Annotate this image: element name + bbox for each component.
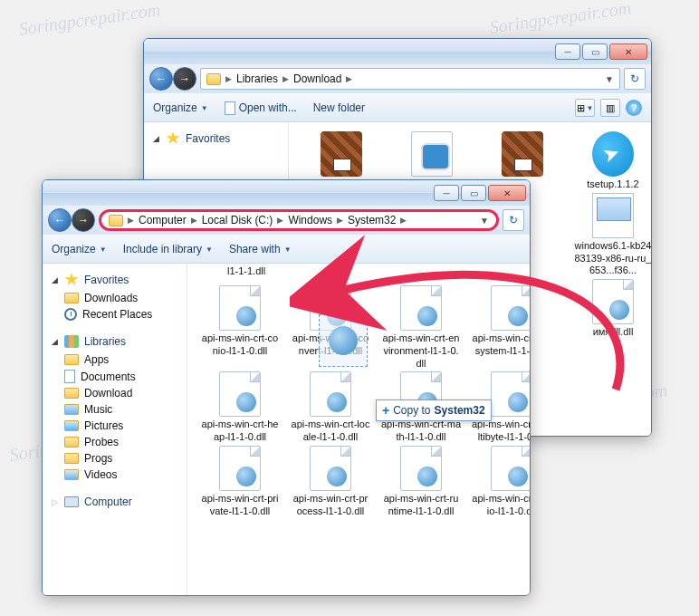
breadcrumb-item[interactable]: Windows bbox=[288, 214, 332, 226]
sidebar-item-recent-places[interactable]: Recent Places bbox=[43, 306, 187, 322]
file-label: api-ms-win-crt-private-l1-1-0.dll bbox=[200, 493, 280, 518]
sidebar: ◢Favorites Downloads Recent Places ◢Libr… bbox=[43, 264, 187, 595]
maximize-button[interactable]: ▭ bbox=[582, 43, 608, 60]
sidebar-item-probes[interactable]: Probes bbox=[43, 434, 187, 450]
file-item[interactable]: api-ms-win-crt-conio-l1-1-0.dll bbox=[198, 285, 282, 370]
watermark: Soringpcrepair.com bbox=[488, 0, 632, 38]
sidebar-computer-header[interactable]: ▷Computer bbox=[43, 492, 187, 512]
help-button[interactable]: ? bbox=[626, 100, 642, 116]
breadcrumb-item[interactable]: Libraries bbox=[236, 72, 278, 85]
dropdown-icon[interactable]: ▼ bbox=[605, 74, 614, 84]
file-label: api-ms-win-crt-runtime-l1-1-0.dll bbox=[381, 493, 461, 518]
dll-icon bbox=[219, 446, 261, 491]
file-item[interactable]: api-ms-win-crt-stdio-l1-1-0.dll bbox=[470, 446, 530, 518]
sidebar-favorites-header[interactable]: ◢Favorites bbox=[144, 128, 288, 149]
file-label: api-ms-win-crt-multibyte-l1-1-0.dll bbox=[472, 419, 530, 444]
tooltip-prefix: Copy to bbox=[393, 404, 430, 417]
window-system32: ─ ▭ ✕ ← → ▶ Computer ▶ Local Disk (C:) ▶… bbox=[42, 179, 531, 596]
maximize-button[interactable]: ▭ bbox=[461, 185, 486, 201]
sidebar-libraries-header[interactable]: ◢Libraries bbox=[43, 332, 187, 351]
file-label: api-ms-win-crt-filesystem-l1-1-0.dll bbox=[472, 332, 530, 358]
sidebar-item-progs[interactable]: Progs bbox=[43, 450, 187, 467]
forward-button[interactable]: → bbox=[173, 67, 196, 91]
forward-button[interactable]: → bbox=[72, 208, 95, 232]
refresh-button[interactable]: ↻ bbox=[503, 209, 524, 231]
dll-icon bbox=[400, 285, 442, 331]
folder-icon bbox=[109, 215, 123, 226]
minimize-button[interactable]: ─ bbox=[434, 185, 459, 201]
plus-icon: + bbox=[382, 403, 389, 418]
breadcrumb-item[interactable]: Download bbox=[293, 72, 341, 85]
breadcrumb-item[interactable]: System32 bbox=[348, 214, 396, 226]
copy-tooltip: + Copy to System32 bbox=[376, 399, 492, 421]
organize-menu[interactable]: Organize▼ bbox=[153, 101, 208, 114]
file-label: api-ms-win-crt-heap-l1-1-0.dll bbox=[200, 419, 280, 444]
organize-menu[interactable]: Organize▼ bbox=[52, 243, 107, 255]
preview-pane-button[interactable]: ▥ bbox=[600, 99, 620, 117]
file-item[interactable]: windows6.1-kb2483139-x86-ru-ru_653...f36… bbox=[571, 193, 651, 277]
addressbar: ← → ▶ Computer ▶ Local Disk (C:) ▶ Windo… bbox=[43, 206, 530, 235]
dll-icon bbox=[310, 446, 351, 491]
file-label: api-ms-win-crt-conio-l1-1-0.dll bbox=[200, 332, 280, 358]
addressbar: ← → ▶ Libraries ▶ Download ▶ ▼ ↻ bbox=[144, 64, 651, 93]
titlebar[interactable]: ─ ▭ ✕ bbox=[43, 180, 530, 206]
dll-icon bbox=[491, 285, 530, 331]
file-label: api-ms-win-crt-stdio-l1-1-0.dll bbox=[472, 493, 530, 518]
file-item[interactable]: tsetup.1.1.2 bbox=[571, 131, 651, 191]
new-folder-button[interactable]: New folder bbox=[313, 101, 365, 114]
sidebar-item-downloads[interactable]: Downloads bbox=[43, 290, 187, 306]
dropdown-icon[interactable]: ▼ bbox=[480, 216, 489, 226]
toolbar: Organize▼ Include in library▼ Share with… bbox=[43, 235, 530, 264]
back-button[interactable]: ← bbox=[149, 67, 173, 91]
share-with-menu[interactable]: Share with▼ bbox=[229, 243, 292, 255]
back-button[interactable]: ← bbox=[48, 208, 72, 232]
drag-ghost-icon bbox=[319, 314, 368, 367]
sidebar-item-documents[interactable]: Documents bbox=[43, 368, 187, 385]
view-button[interactable]: ⊞▼ bbox=[575, 99, 595, 117]
file-item[interactable]: api-ms-win-crt-private-l1-1-0.dll bbox=[198, 446, 282, 518]
file-item[interactable]: имяdll.dll bbox=[571, 279, 651, 339]
file-pane[interactable]: l1-1-1.dll api-ms-win-crt-conio-l1-1-0.d… bbox=[187, 264, 530, 595]
dll-icon bbox=[491, 371, 530, 417]
partial-file-label: l1-1-1.dll bbox=[187, 264, 530, 276]
file-item[interactable]: api-ms-win-crt-runtime-l1-1-0.dll bbox=[379, 446, 463, 518]
file-label: api-ms-win-crt-math-l1-1-0.dll bbox=[381, 419, 461, 444]
file-item[interactable]: api-ms-win-crt-environment-l1-1-0.dll bbox=[379, 285, 463, 370]
refresh-button[interactable]: ↻ bbox=[624, 68, 646, 90]
folder-icon bbox=[206, 73, 221, 85]
dll-icon bbox=[491, 446, 530, 491]
breadcrumb-item[interactable]: Local Disk (C:) bbox=[202, 214, 273, 226]
titlebar[interactable]: ─ ▭ ✕ bbox=[144, 39, 651, 64]
dll-icon bbox=[400, 446, 442, 491]
dll-icon bbox=[219, 285, 261, 331]
breadcrumb-item[interactable]: Computer bbox=[139, 214, 187, 226]
tooltip-target: System32 bbox=[435, 404, 485, 417]
sidebar-item-pictures[interactable]: Pictures bbox=[43, 418, 187, 434]
file-label: api-ms-win-crt-locale-l1-1-0.dll bbox=[291, 419, 370, 444]
file-label: api-ms-win-crt-process-l1-1-0.dll bbox=[291, 493, 370, 518]
toolbar: Organize▼ Open with... New folder ⊞▼ ▥ ? bbox=[144, 93, 651, 122]
watermark: Soringpcrepair.com bbox=[17, 0, 161, 40]
close-button[interactable]: ✕ bbox=[488, 185, 526, 201]
file-item[interactable]: api-ms-win-crt-process-l1-1-0.dll bbox=[289, 446, 372, 518]
file-item[interactable]: api-ms-win-crt-locale-l1-1-0.dll bbox=[289, 371, 372, 444]
breadcrumb-field[interactable]: ▶ Computer ▶ Local Disk (C:) ▶ Windows ▶… bbox=[99, 209, 499, 231]
close-button[interactable]: ✕ bbox=[609, 43, 647, 60]
file-label: api-ms-win-crt-environment-l1-1-0.dll bbox=[381, 332, 461, 370]
minimize-button[interactable]: ─ bbox=[555, 43, 580, 60]
dll-icon bbox=[219, 371, 261, 417]
dll-icon bbox=[310, 371, 351, 417]
sidebar-item-download[interactable]: Download bbox=[43, 385, 187, 401]
file-item[interactable]: api-ms-win-crt-filesystem-l1-1-0.dll bbox=[470, 285, 530, 370]
sidebar-favorites-header[interactable]: ◢Favorites bbox=[43, 269, 187, 290]
sidebar-item-apps[interactable]: Apps bbox=[43, 351, 187, 368]
sidebar-item-videos[interactable]: Videos bbox=[43, 467, 187, 483]
sidebar-item-music[interactable]: Music bbox=[43, 401, 187, 418]
breadcrumb-field[interactable]: ▶ Libraries ▶ Download ▶ ▼ bbox=[200, 68, 620, 90]
open-with-menu[interactable]: Open with... bbox=[225, 101, 297, 115]
file-item[interactable]: api-ms-win-crt-heap-l1-1-0.dll bbox=[198, 371, 282, 444]
include-in-library-menu[interactable]: Include in library▼ bbox=[123, 243, 213, 255]
